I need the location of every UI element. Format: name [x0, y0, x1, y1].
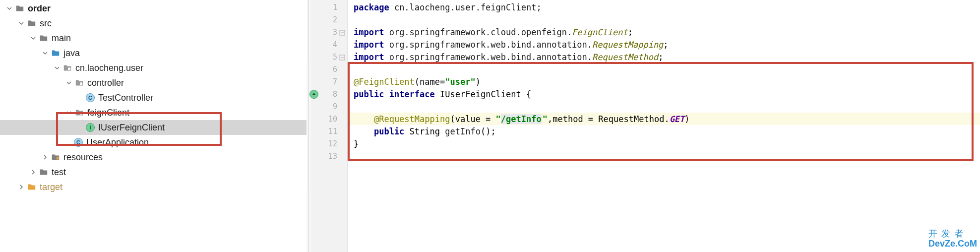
folder-icon	[39, 167, 49, 177]
chevron-right-icon[interactable]	[41, 153, 50, 162]
source-folder-icon	[51, 48, 61, 58]
chevron-down-icon[interactable]	[29, 34, 38, 43]
project-tree[interactable]: order src main java cn.laocheng.user con…	[0, 0, 306, 252]
svg-rect-3	[57, 157, 59, 160]
line-number[interactable]: 5	[310, 51, 347, 63]
package-icon	[62, 63, 72, 73]
line-number[interactable]: 3	[310, 26, 347, 38]
line-number[interactable]: 10	[310, 113, 347, 125]
chevron-down-icon[interactable]	[17, 19, 26, 28]
tree-label: IUserFeignClient	[98, 123, 165, 133]
code-line[interactable]: import org.springframework.web.bind.anno…	[348, 38, 980, 51]
line-number[interactable]: 8	[310, 88, 347, 100]
tree-node-package[interactable]: cn.laocheng.user	[0, 61, 306, 75]
tree-label: feignClient	[87, 108, 129, 118]
line-number[interactable]: 12	[310, 137, 347, 150]
line-number[interactable]: 2	[310, 13, 347, 26]
tree-node-java[interactable]: java	[0, 46, 306, 61]
chevron-down-icon[interactable]	[41, 49, 50, 58]
chevron-down-icon[interactable]	[53, 63, 61, 72]
code-line[interactable]	[348, 100, 980, 113]
class-icon: C	[73, 137, 83, 147]
tree-node-controller[interactable]: controller	[0, 75, 306, 90]
excluded-folder-icon	[27, 182, 37, 192]
watermark: 开发者 DevZe.CoM	[928, 229, 977, 249]
code-editor[interactable]: 1 2 3 4 5 6 7 8 9 10 11 12 13 package cn…	[310, 0, 980, 252]
tree-label: src	[40, 18, 52, 29]
nav-inheritor-icon[interactable]	[309, 90, 318, 99]
interface-icon: I	[85, 123, 95, 132]
line-number[interactable]: 1	[310, 1, 347, 13]
chevron-down-icon[interactable]	[64, 108, 73, 117]
code-line[interactable]	[348, 150, 980, 162]
chevron-right-icon[interactable]	[17, 183, 26, 191]
tree-label: test	[52, 167, 66, 178]
code-area[interactable]: package cn.laocheng.user.feignClient; im…	[348, 0, 980, 252]
tree-node-userapplication[interactable]: C UserApplication	[0, 135, 306, 150]
folder-icon	[39, 33, 49, 43]
tree-node-resources[interactable]: resources	[0, 150, 306, 165]
tree-label: main	[52, 33, 71, 44]
fold-icon[interactable]	[339, 29, 346, 36]
line-number[interactable]: 6	[310, 63, 347, 75]
line-number[interactable]: 9	[310, 100, 347, 113]
folder-icon	[27, 18, 37, 28]
tree-label: target	[40, 182, 62, 192]
svg-point-2	[80, 112, 82, 115]
code-line[interactable]	[348, 63, 980, 75]
code-line[interactable]: public String getInfo();	[348, 125, 980, 137]
editor-gutter[interactable]: 1 2 3 4 5 6 7 8 9 10 11 12 13	[310, 0, 348, 252]
resources-folder-icon	[51, 152, 61, 162]
tree-node-src[interactable]: src	[0, 16, 306, 31]
pane-splitter[interactable]	[306, 0, 310, 252]
tree-node-order[interactable]: order	[0, 1, 306, 16]
line-number[interactable]: 4	[310, 38, 347, 51]
code-line-current[interactable]: @RequestMapping(value = "/getInfo",metho…	[348, 113, 980, 125]
line-number[interactable]: 13	[310, 150, 347, 162]
svg-point-0	[68, 67, 70, 70]
tree-node-feignclient[interactable]: feignClient	[0, 105, 306, 120]
code-line[interactable]: }	[348, 137, 980, 150]
svg-point-1	[80, 82, 82, 85]
code-line[interactable]: public interface IUserFeignClient {	[348, 88, 980, 100]
tree-node-testcontroller[interactable]: C TestController	[0, 90, 306, 105]
tree-label: resources	[63, 152, 103, 163]
code-line[interactable]	[348, 13, 980, 26]
chevron-down-icon[interactable]	[64, 78, 73, 87]
fold-icon[interactable]	[339, 54, 346, 61]
tree-label: order	[28, 3, 51, 14]
tree-node-main[interactable]: main	[0, 31, 306, 46]
tree-node-test[interactable]: test	[0, 165, 306, 180]
code-line[interactable]: package cn.laocheng.user.feignClient;	[348, 1, 980, 13]
chevron-down-icon[interactable]	[5, 4, 14, 13]
tree-label: controller	[87, 78, 124, 88]
tree-label: java	[63, 48, 80, 59]
tree-label: TestController	[98, 93, 153, 103]
folder-icon	[15, 3, 25, 13]
tree-label: UserApplication	[86, 137, 149, 148]
package-icon	[74, 78, 84, 88]
line-number[interactable]: 11	[310, 125, 347, 137]
tree-node-target[interactable]: target	[0, 180, 306, 194]
package-icon	[74, 108, 84, 118]
tree-label: cn.laocheng.user	[75, 63, 143, 73]
class-icon: C	[85, 93, 95, 103]
code-line[interactable]: import org.springframework.web.bind.anno…	[348, 51, 980, 63]
code-line[interactable]: import org.springframework.cloud.openfei…	[348, 26, 980, 38]
tree-node-iuserfeignclient[interactable]: I IUserFeignClient	[0, 120, 306, 135]
code-line[interactable]: @FeignClient(name="user")	[348, 75, 980, 88]
line-number[interactable]: 7	[310, 75, 347, 88]
chevron-right-icon[interactable]	[29, 168, 38, 177]
